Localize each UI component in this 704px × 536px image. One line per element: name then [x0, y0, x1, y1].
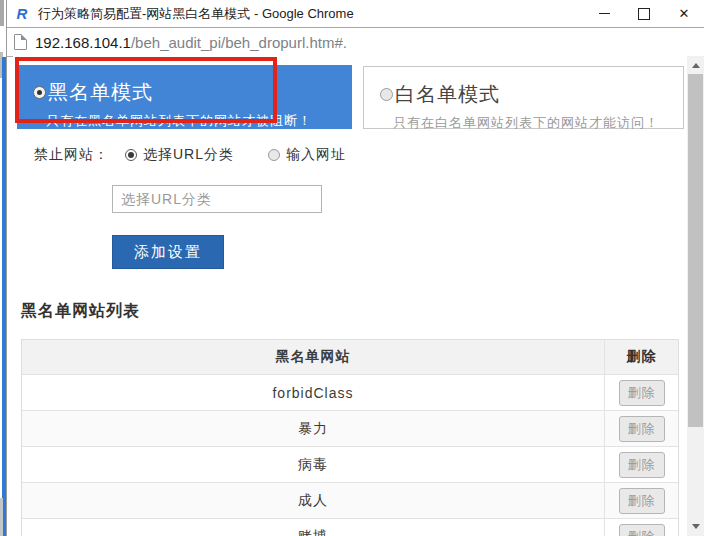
delete-button[interactable]: 删除: [619, 524, 665, 536]
table-row: 赌博 删除: [22, 518, 678, 536]
column-header-delete: 删除: [605, 340, 678, 374]
maximize-icon: [638, 8, 650, 20]
table-row: forbidClass 删除: [22, 374, 678, 410]
scroll-up-button[interactable]: [687, 58, 704, 72]
background-fragment: [0, 0, 4, 26]
scrollbar-thumb[interactable]: [688, 74, 703, 427]
minimize-button[interactable]: [584, 0, 624, 27]
delete-button[interactable]: 删除: [619, 416, 665, 442]
minimize-icon: [599, 13, 610, 14]
site-cell: 赌博: [22, 519, 605, 536]
site-cell: forbidClass: [22, 375, 605, 410]
whitelist-mode-title: 白名单模式: [395, 81, 500, 108]
whitelist-mode-desc: 只有在白名单网站列表下的网站才能访问！: [393, 114, 683, 132]
blacklist-mode-desc: 只有在黑名单网站列表下的网站才被阻断！: [46, 112, 352, 130]
select-url-category-radio[interactable]: [125, 149, 137, 161]
address-bar[interactable]: 192.168.104.1/beh_audit_pi/beh_dropurl.h…: [7, 28, 704, 57]
add-settings-button[interactable]: 添加设置: [112, 235, 224, 269]
whitelist-mode-box[interactable]: 白名单模式 只有在白名单网站列表下的网站才能访问！: [363, 66, 684, 129]
close-icon: ✕: [679, 7, 690, 20]
url-host: 192.168.104.1: [35, 34, 131, 51]
whitelist-mode-title-row: 白名单模式: [380, 81, 683, 108]
column-header-site: 黑名单网站: [22, 340, 605, 374]
table-header-row: 黑名单网站 删除: [22, 340, 678, 374]
table-row: 病毒 删除: [22, 446, 678, 482]
arrow-up-icon: [692, 63, 700, 68]
blacklist-mode-title-row: 黑名单模式: [33, 79, 352, 106]
ruijie-logo-icon: R: [13, 7, 31, 21]
window-title: 行为策略简易配置-网站黑白名单模式 - Google Chrome: [38, 5, 354, 23]
background-fragment: [0, 498, 3, 536]
delete-button[interactable]: 删除: [619, 452, 665, 478]
blacklist-mode-radio[interactable]: [33, 86, 46, 99]
forbid-site-row: 禁止网站： 选择URL分类 输入网址: [34, 146, 374, 164]
close-button[interactable]: ✕: [664, 0, 704, 27]
page-content: 黑名单模式 只有在黑名单网站列表下的网站才被阻断！ 白名单模式 只有在白名单网站…: [13, 56, 704, 536]
enter-url-radio[interactable]: [268, 149, 280, 161]
window-controls: ✕: [584, 0, 704, 27]
arrow-down-icon: [692, 524, 700, 529]
forbid-site-label: 禁止网站：: [34, 146, 109, 164]
table-row: 成人 删除: [22, 482, 678, 518]
enter-url-label: 输入网址: [286, 146, 346, 164]
whitelist-mode-radio[interactable]: [380, 88, 393, 101]
blacklist-mode-box[interactable]: 黑名单模式 只有在黑名单网站列表下的网站才被阻断！: [17, 65, 352, 129]
option-select-url-category[interactable]: 选择URL分类: [119, 146, 234, 164]
site-cell: 成人: [22, 483, 605, 518]
delete-button[interactable]: 删除: [619, 488, 665, 514]
url-category-select[interactable]: 选择URL分类: [112, 185, 322, 213]
url-path: /beh_audit_pi/beh_dropurl.htm#.: [131, 34, 347, 51]
delete-button[interactable]: 删除: [619, 380, 665, 406]
blacklist-table: 黑名单网站 删除 forbidClass 删除 暴力 删除 病毒 删除 成人 删…: [21, 339, 679, 536]
select-url-category-label: 选择URL分类: [143, 146, 234, 164]
site-cell: 病毒: [22, 447, 605, 482]
title-bar: R 行为策略简易配置-网站黑白名单模式 - Google Chrome ✕: [7, 0, 704, 28]
chrome-window: R 行为策略简易配置-网站黑白名单模式 - Google Chrome ✕ 19…: [6, 0, 704, 536]
table-row: 暴力 删除: [22, 410, 678, 446]
page-icon: [14, 34, 27, 50]
url-text[interactable]: 192.168.104.1/beh_audit_pi/beh_dropurl.h…: [35, 34, 347, 51]
page-scrollbar[interactable]: [687, 56, 704, 536]
scroll-down-button[interactable]: [687, 519, 704, 533]
option-enter-url[interactable]: 输入网址: [262, 146, 346, 164]
maximize-button[interactable]: [624, 0, 664, 27]
blacklist-mode-title: 黑名单模式: [48, 79, 153, 106]
blacklist-list-heading: 黑名单网站列表: [21, 301, 140, 322]
site-cell: 暴力: [22, 411, 605, 446]
